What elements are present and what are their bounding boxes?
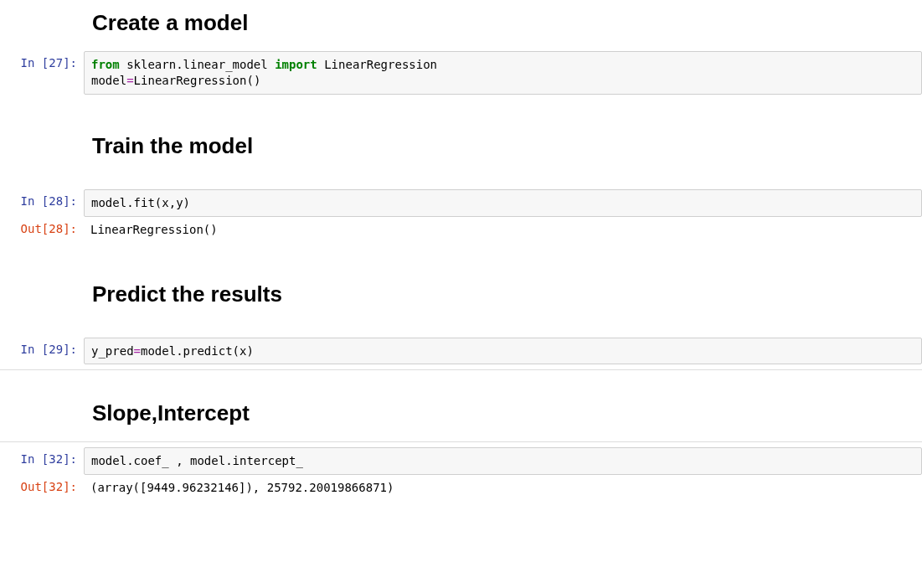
code-input[interactable]: from sklearn.linear_model import LinearR… (84, 51, 922, 95)
code-cell[interactable]: In [32]: model.coef_ , model.intercept_ … (0, 447, 922, 501)
heading: Create a model (84, 0, 922, 46)
code-input[interactable]: y_pred=model.predict(x) (84, 338, 922, 365)
prompt-empty (0, 271, 84, 280)
input-prompt: In [32]: (0, 447, 84, 471)
code-output: LinearRegression() (84, 217, 922, 243)
markdown-cell: Slope,Intercept (0, 390, 922, 436)
code-cell[interactable]: In [28]: model.fit(x,y) Out[28]: LinearR… (0, 189, 922, 243)
code-output: (array([9449.96232146]), 25792.200198668… (84, 475, 922, 501)
prompt-empty (0, 0, 84, 8)
markdown-cell: Train the model (0, 123, 922, 169)
heading: Slope,Intercept (84, 390, 922, 436)
prompt-empty (0, 390, 84, 399)
output-prompt: Out[32]: (0, 475, 84, 498)
code-input[interactable]: model.coef_ , model.intercept_ (84, 447, 922, 475)
code-cell[interactable]: In [29]: y_pred=model.predict(x) (0, 338, 922, 365)
code-input[interactable]: model.fit(x,y) (84, 189, 922, 217)
input-prompt: In [27]: (0, 51, 84, 75)
heading: Train the model (84, 123, 922, 169)
notebook: Create a model In [27]: from sklearn.lin… (0, 0, 922, 501)
markdown-cell: Create a model (0, 0, 922, 46)
prompt-empty (0, 123, 84, 132)
output-prompt: Out[28]: (0, 217, 84, 240)
heading: Predict the results (84, 271, 922, 317)
code-cell[interactable]: In [27]: from sklearn.linear_model impor… (0, 51, 922, 95)
input-prompt: In [28]: (0, 189, 84, 213)
input-prompt: In [29]: (0, 338, 84, 361)
markdown-cell: Predict the results (0, 271, 922, 317)
